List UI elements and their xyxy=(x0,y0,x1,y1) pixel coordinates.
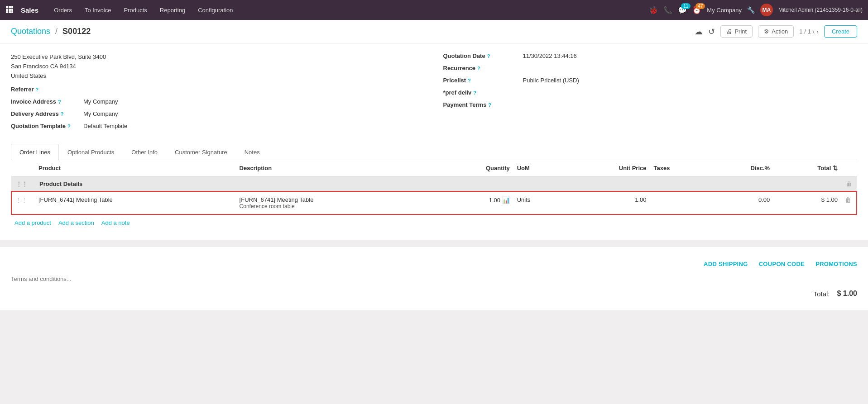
refresh-icon[interactable]: ↺ xyxy=(708,27,715,37)
nav-products[interactable]: Products xyxy=(119,5,151,15)
nav-configuration[interactable]: Configuration xyxy=(193,5,237,15)
total-label: Total: xyxy=(814,290,830,298)
tab-order-lines[interactable]: Order Lines xyxy=(11,144,59,160)
add-section-button[interactable]: Add a section xyxy=(58,219,94,226)
uom-value: Units xyxy=(517,196,531,203)
unit-price-value: 1.00 xyxy=(635,196,646,203)
invoice-address-label: Invoice Address ? xyxy=(11,98,83,105)
quotation-template-label: Quotation Template ? xyxy=(11,123,83,129)
pricelist-help[interactable]: ? xyxy=(468,78,471,83)
pricelist-field: Pricelist ? Public Pricelist (USD) xyxy=(443,77,858,84)
add-note-button[interactable]: Add a note xyxy=(101,219,130,226)
chat-icon[interactable]: 💬 11 xyxy=(678,6,687,14)
forecast-chart-icon[interactable]: 📊 xyxy=(502,196,510,204)
nav-orders[interactable]: Orders xyxy=(49,5,77,15)
clock-badge: 47 xyxy=(695,3,705,9)
user-avatar[interactable]: MA xyxy=(760,4,773,16)
shipping-actions: ADD SHIPPING COUPON CODE PROMOTIONS xyxy=(11,256,857,272)
section-label: Product Details xyxy=(35,176,841,192)
row-product[interactable]: [FURN_6741] Meeting Table xyxy=(35,191,236,214)
tabs: Order Lines Optional Products Other Info… xyxy=(11,144,857,160)
bug-icon[interactable]: 🐞 xyxy=(649,6,658,14)
row-description[interactable]: [FURN_6741] Meeting Table Conference roo… xyxy=(236,191,437,214)
recurrence-help[interactable]: ? xyxy=(477,66,480,71)
payment-terms-help[interactable]: ? xyxy=(488,102,491,108)
phone-icon[interactable]: 📞 xyxy=(663,6,672,14)
breadcrumb-parent[interactable]: Quotations xyxy=(11,27,50,36)
print-icon: 🖨 xyxy=(726,28,732,35)
breadcrumb: Quotations / S00122 xyxy=(11,27,91,36)
nav-right-section: 🐞 📞 💬 11 ⏰ 47 My Company 🔧 MA Mitchell A… xyxy=(649,4,863,16)
svg-rect-1 xyxy=(9,6,11,8)
sub-header: Quotations / S00122 ☁ ↺ 🖨 Print ⚙ Action… xyxy=(0,20,868,43)
create-button[interactable]: Create xyxy=(824,25,857,38)
row-drag-handle-icon[interactable]: ⋮⋮ xyxy=(15,196,27,203)
add-shipping-button[interactable]: ADD SHIPPING xyxy=(704,261,748,267)
table-row[interactable]: ⋮⋮ [FURN_6741] Meeting Table [FURN_6741]… xyxy=(11,191,857,214)
settings-icon[interactable]: 🔧 xyxy=(747,6,755,14)
add-product-button[interactable]: Add a product xyxy=(14,219,51,226)
brand-label: Sales xyxy=(21,6,38,14)
description-line2: Conference room table xyxy=(240,203,433,209)
row-uom[interactable]: Units xyxy=(513,191,565,214)
tabs-container: Order Lines Optional Products Other Info… xyxy=(11,144,857,160)
company-name: My Company xyxy=(707,7,742,14)
coupon-code-button[interactable]: COUPON CODE xyxy=(759,261,805,267)
action-button[interactable]: ⚙ Action xyxy=(758,25,794,38)
tab-other-info[interactable]: Other Info xyxy=(123,144,166,160)
svg-rect-6 xyxy=(6,11,8,13)
row-quantity[interactable]: 1.00 📊 xyxy=(436,191,513,214)
nav-to-invoice[interactable]: To Invoice xyxy=(80,5,116,15)
tab-optional-products[interactable]: Optional Products xyxy=(59,144,123,160)
invoice-address-help[interactable]: ? xyxy=(58,99,61,105)
invoice-address-field: Invoice Address ? My Company xyxy=(11,98,425,105)
form-container: 250 Executive Park Blvd, Suite 3400 San … xyxy=(0,43,868,240)
tab-notes[interactable]: Notes xyxy=(236,144,269,160)
upload-icon[interactable]: ☁ xyxy=(695,27,703,37)
col-taxes: Taxes xyxy=(650,160,708,176)
top-navigation: Sales Orders To Invoice Products Reporti… xyxy=(0,0,868,20)
delivery-address-help[interactable]: ? xyxy=(61,111,64,117)
nav-reporting[interactable]: Reporting xyxy=(155,5,190,15)
delivery-address-value: My Company xyxy=(83,110,118,117)
recurrence-field: Recurrence ? xyxy=(443,65,858,71)
address-line3: United States xyxy=(11,71,425,81)
quotation-template-help[interactable]: ? xyxy=(67,124,71,129)
next-page-button[interactable]: › xyxy=(816,28,819,35)
pricelist-value: Public Pricelist (USD) xyxy=(523,77,579,84)
address-line1: 250 Executive Park Blvd, Suite 3400 xyxy=(11,52,425,62)
drag-handle-icon[interactable]: ⋮⋮ xyxy=(16,181,28,187)
referrer-help[interactable]: ? xyxy=(36,87,39,92)
prev-page-button[interactable]: ‹ xyxy=(813,28,815,35)
row-disc[interactable]: 0.00 xyxy=(708,191,774,214)
delivery-address-label: Delivery Address ? xyxy=(11,110,83,117)
row-total: $ 1.00 xyxy=(773,191,841,214)
col-quantity: Quantity xyxy=(436,160,513,176)
chat-badge: 11 xyxy=(681,3,691,9)
pref-deliv-help[interactable]: ? xyxy=(473,90,476,95)
promotions-button[interactable]: PROMOTIONS xyxy=(815,261,857,267)
clock-icon[interactable]: ⏰ 47 xyxy=(692,6,701,14)
recurrence-label: Recurrence ? xyxy=(443,65,516,71)
row-unit-price[interactable]: 1.00 xyxy=(564,191,650,214)
row-taxes[interactable] xyxy=(650,191,708,214)
col-drag xyxy=(11,160,35,176)
row-delete-button[interactable]: 🗑 xyxy=(845,196,851,204)
tab-customer-signature[interactable]: Customer Signature xyxy=(166,144,236,160)
total-amount: $ 1.00 xyxy=(837,290,857,298)
referrer-label: Referrer ? xyxy=(11,86,83,93)
section-row: ⋮⋮ Product Details 🗑 xyxy=(11,176,857,192)
section-delete-button[interactable]: 🗑 xyxy=(846,180,852,187)
svg-rect-5 xyxy=(11,9,13,11)
col-delete xyxy=(841,160,857,176)
table-header-row: Product Description Quantity UoM Unit Pr… xyxy=(11,160,857,176)
terms-input[interactable] xyxy=(11,272,857,286)
quotation-date-help[interactable]: ? xyxy=(487,53,490,59)
apps-menu-icon[interactable] xyxy=(5,5,14,15)
row-delete: 🗑 xyxy=(841,191,857,214)
section-delete: 🗑 xyxy=(841,176,857,192)
print-button[interactable]: 🖨 Print xyxy=(720,25,753,38)
delivery-address-field: Delivery Address ? My Company xyxy=(11,110,425,117)
svg-rect-8 xyxy=(11,11,13,13)
pagination-text: 1 / 1 xyxy=(799,28,810,35)
